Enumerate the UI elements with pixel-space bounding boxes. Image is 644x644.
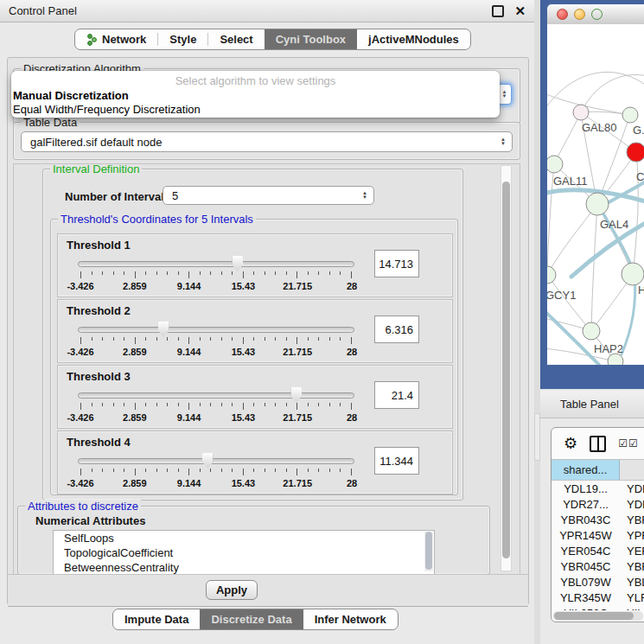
network-edge[interactable] — [547, 204, 597, 275]
threshold-slider[interactable]: -3.4262.8599.14415.4321.71528 — [78, 390, 354, 426]
tab-label: Discretize Data — [211, 613, 291, 626]
attribute-list-item[interactable]: SelfLoops — [54, 531, 434, 545]
float-window-icon[interactable] — [492, 5, 504, 17]
threshold-value-field[interactable]: 6.316 — [374, 316, 419, 343]
table-row[interactable]: YIL052CYIL0 — [552, 605, 644, 610]
slider-thumb[interactable] — [158, 322, 169, 337]
table-column-header[interactable]: shared... — [552, 460, 620, 480]
network-window-titlebar[interactable] — [547, 4, 644, 25]
tick-mark — [286, 271, 287, 275]
algorithm-option[interactable]: Manual Discretization — [13, 89, 129, 102]
network-node-gal4[interactable] — [586, 193, 609, 215]
tick-mark — [221, 403, 222, 406]
threshold-slider[interactable]: -3.4262.8599.14415.4321.71528 — [78, 324, 354, 360]
splitter-handle[interactable] — [534, 413, 540, 461]
network-node-gcy1[interactable] — [547, 266, 556, 284]
network-node-red-node[interactable] — [627, 143, 644, 162]
numerical-attributes-list[interactable]: SelfLoopsTopologicalCoefficientBetweenne… — [53, 530, 435, 576]
threshold-value-field[interactable]: 14.713 — [374, 250, 419, 277]
threshold-1-box: Threshold 1-3.4262.8599.14415.4321.71528… — [57, 233, 453, 297]
slider-track[interactable] — [78, 327, 354, 333]
table-row[interactable]: YPR145WYPR1 — [552, 527, 644, 543]
slider-track[interactable] — [78, 261, 354, 267]
tick-mark — [210, 403, 211, 406]
attribute-list-item[interactable]: BetweennessCentrality — [54, 560, 434, 575]
thresholds-group: Threshold's Coordinates for 5 Intervals … — [50, 219, 458, 495]
table-row[interactable]: YDR27...YDR2 — [552, 496, 644, 512]
tab-infer-network[interactable]: Infer Network — [303, 609, 398, 629]
network-canvas[interactable]: GAL80G.CGAL11GAL4GCY1HHAP2 — [547, 24, 644, 365]
close-traffic-light-icon[interactable] — [557, 9, 568, 20]
tick-mark — [318, 469, 319, 472]
table-horizontal-scrollbar[interactable] — [553, 611, 643, 621]
tick-label: 2.859 — [123, 412, 147, 423]
tab-discretize-data[interactable]: Discretize Data — [200, 609, 303, 629]
threshold-value-field[interactable]: 21.4 — [374, 381, 419, 409]
tick-mark — [351, 469, 352, 475]
threshold-4-box: Threshold 4-3.4262.8599.14415.4321.71528… — [57, 430, 453, 494]
tick-mark — [135, 337, 136, 344]
tab-style[interactable]: Style — [158, 29, 207, 49]
tick-mark — [80, 403, 81, 410]
network-node-h-partial[interactable] — [622, 263, 644, 285]
tick-mark — [145, 271, 146, 275]
tick-mark — [232, 403, 233, 406]
tab-impute-data[interactable]: Impute Data — [113, 609, 200, 629]
tick-mark — [135, 403, 136, 410]
network-edge[interactable] — [581, 74, 644, 112]
select-columns-icon[interactable]: ☑☑ — [618, 437, 639, 450]
slider-thumb[interactable] — [290, 387, 302, 403]
algorithm-option[interactable]: Equal Width/Frequency Discretization — [13, 103, 201, 116]
table-row[interactable]: YBR043CYBR0 — [552, 512, 644, 527]
tick-label: 21.715 — [283, 412, 312, 423]
table-cell: YLR345W — [552, 590, 620, 605]
slider-track[interactable] — [78, 392, 354, 399]
tab-cyni-toolbox[interactable]: Cyni Toolbox — [265, 29, 357, 49]
settings-vertical-scrollbar[interactable] — [501, 165, 512, 571]
close-icon[interactable]: ✕ — [514, 7, 526, 16]
threshold-value-field[interactable]: 11.344 — [374, 447, 419, 475]
network-node-g-partial[interactable] — [622, 107, 638, 123]
threshold-slider[interactable]: -3.4262.8599.14415.4321.71528 — [78, 258, 354, 295]
table-row[interactable]: YLR345WYLR3 — [552, 590, 644, 605]
panel-splitter[interactable] — [534, 0, 540, 644]
number-of-intervals-label: Number of Intervals — [65, 190, 170, 203]
network-window: GAL80G.CGAL11GAL4GCY1HHAP2 — [540, 0, 644, 389]
tick-mark — [92, 469, 92, 472]
table-data-combobox[interactable]: galFiltered.sif default node ▲▼ — [21, 131, 513, 152]
slider-thumb[interactable] — [202, 453, 214, 469]
slider-thumb[interactable] — [232, 256, 243, 271]
table-row[interactable]: YBR045CYBR0 — [552, 558, 644, 574]
zoom-traffic-light-icon[interactable] — [591, 9, 603, 20]
tick-mark — [135, 271, 136, 278]
slider-track[interactable] — [78, 458, 354, 464]
tick-mark — [178, 403, 179, 406]
tick-mark — [340, 403, 341, 406]
network-node-hap2[interactable] — [583, 322, 600, 340]
table-row[interactable]: YER054CYER0 — [552, 543, 644, 558]
apply-button[interactable]: Apply — [206, 580, 258, 600]
threshold-slider[interactable]: -3.4262.8599.14415.4321.71528 — [78, 456, 354, 492]
tick-mark — [178, 469, 179, 472]
split-columns-icon[interactable] — [590, 436, 606, 452]
network-node-gal80[interactable] — [573, 105, 589, 120]
tick-mark — [167, 469, 168, 472]
network-edge[interactable] — [591, 204, 597, 331]
table-row[interactable]: YDL19...YDL1 — [552, 481, 644, 496]
tab-select[interactable]: Select — [208, 29, 264, 49]
table-column-header[interactable]: na — [620, 460, 644, 480]
table-row[interactable]: YBL079WYBL0 — [552, 574, 644, 590]
number-of-intervals-combobox[interactable]: 5 ▲▼ — [163, 186, 374, 205]
attribute-list-item[interactable]: TopologicalCoefficient — [54, 545, 434, 560]
list-scrollbar[interactable] — [424, 532, 433, 571]
list-scrollbar-thumb[interactable] — [425, 532, 432, 570]
network-node-label: GCY1 — [547, 289, 576, 302]
minimize-traffic-light-icon[interactable] — [574, 9, 585, 20]
tab-network[interactable]: Network — [75, 29, 157, 49]
settings-scrollbar-thumb[interactable] — [502, 182, 510, 558]
tab-jactivemnodules[interactable]: jActiveMNodules — [357, 29, 470, 49]
network-node-gal11[interactable] — [547, 156, 563, 173]
table-hscrollbar-thumb[interactable] — [554, 612, 634, 620]
tick-mark — [145, 469, 146, 472]
gear-icon[interactable]: ⚙ — [564, 436, 577, 451]
